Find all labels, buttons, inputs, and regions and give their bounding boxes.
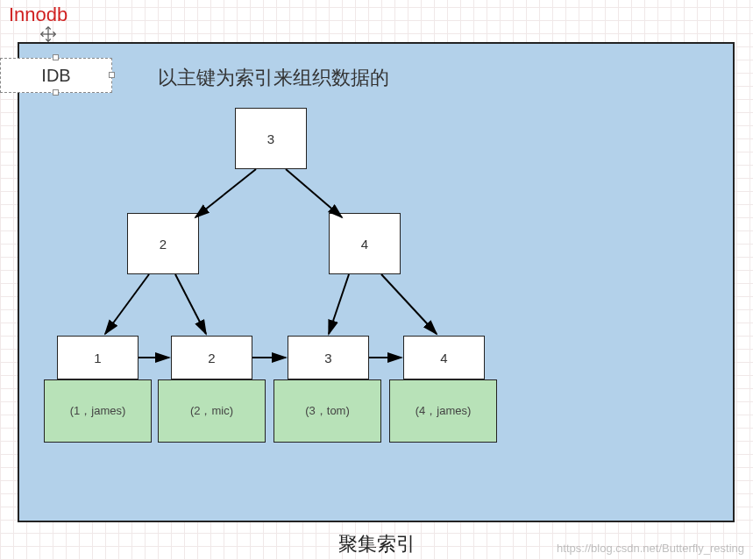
leaf-node-3-label: 4 bbox=[440, 351, 447, 365]
leaf-node-2-label: 3 bbox=[324, 351, 331, 365]
watermark: https://blog.csdn.net/Butterfly_resting bbox=[557, 542, 744, 555]
data-row-2-label: (3，tom) bbox=[305, 403, 350, 419]
data-row-1: (2，mic) bbox=[158, 379, 266, 443]
move-cursor-icon bbox=[39, 25, 58, 44]
resize-handle-right[interactable] bbox=[109, 72, 115, 78]
page-title: Innodb bbox=[9, 4, 67, 26]
leaf-node-0: 1 bbox=[57, 336, 139, 379]
mid-node-1: 4 bbox=[329, 213, 401, 274]
leaf-node-1: 2 bbox=[171, 336, 252, 379]
root-node-label: 3 bbox=[267, 131, 274, 146]
data-row-1-label: (2，mic) bbox=[190, 403, 233, 419]
idb-box[interactable]: IDB bbox=[0, 58, 112, 93]
data-row-0: (1，james) bbox=[44, 379, 152, 443]
resize-handle-bottom[interactable] bbox=[53, 89, 59, 96]
leaf-node-0-label: 1 bbox=[94, 351, 101, 365]
mid-node-0: 2 bbox=[127, 213, 199, 274]
data-row-2: (3，tom) bbox=[273, 379, 381, 443]
data-row-0-label: (1，james) bbox=[70, 403, 126, 419]
mid-node-1-label: 4 bbox=[361, 237, 368, 252]
leaf-node-1-label: 2 bbox=[208, 351, 215, 365]
data-row-3: (4，james) bbox=[389, 379, 497, 443]
idb-label: IDB bbox=[41, 66, 70, 86]
root-node: 3 bbox=[235, 108, 307, 169]
mid-node-0-label: 2 bbox=[160, 237, 167, 252]
leaf-node-3: 4 bbox=[403, 336, 485, 379]
diagram-canvas bbox=[18, 42, 735, 522]
data-row-3-label: (4，james) bbox=[416, 403, 472, 419]
leaf-node-2: 3 bbox=[288, 336, 369, 379]
diagram-subtitle: 以主键为索引来组织数据的 bbox=[158, 65, 389, 91]
resize-handle-top[interactable] bbox=[53, 54, 59, 60]
